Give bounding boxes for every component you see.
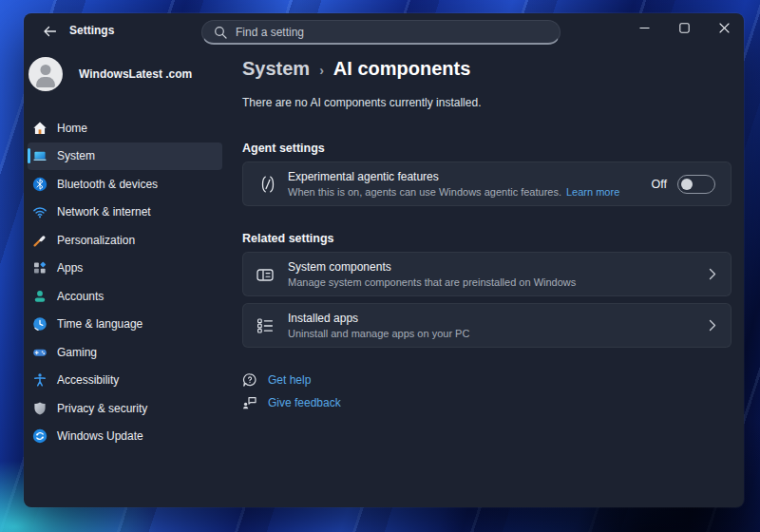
sidebar-item-label: Personalization xyxy=(57,234,135,247)
accounts-icon xyxy=(32,289,48,304)
sidebar-item-label: Time & language xyxy=(57,317,142,331)
chevron-right-icon xyxy=(709,268,716,280)
sidebar-item-accounts[interactable]: Accounts xyxy=(28,282,222,311)
breadcrumb-parent[interactable]: System xyxy=(242,58,310,80)
learn-more-link[interactable]: Learn more xyxy=(566,186,619,198)
related-settings-heading: Related settings xyxy=(242,232,732,245)
sidebar-nav: Home System Bluetooth & devices Net xyxy=(28,114,222,450)
sidebar-item-gaming[interactable]: Gaming xyxy=(28,338,222,367)
page-title: AI components xyxy=(333,58,470,80)
sidebar-item-privacy-security[interactable]: Privacy & security xyxy=(28,394,222,423)
breadcrumb-separator-icon: › xyxy=(319,63,324,78)
installed-apps-title: Installed apps xyxy=(288,312,469,325)
search-input[interactable] xyxy=(236,26,548,39)
installed-apps-card[interactable]: Installed apps Uninstall and manage apps… xyxy=(242,303,732,348)
toggle-state-label: Off xyxy=(652,178,667,191)
sidebar-item-label: Bluetooth & devices xyxy=(57,178,158,191)
system-components-description: Manage system components that are preins… xyxy=(288,276,576,288)
gaming-icon xyxy=(32,345,48,360)
get-help-label: Get help xyxy=(268,373,311,387)
maximize-button[interactable] xyxy=(664,13,704,43)
give-feedback-icon xyxy=(242,395,257,410)
sidebar-item-apps[interactable]: Apps xyxy=(28,255,222,283)
installed-apps-icon xyxy=(256,316,275,335)
bluetooth-icon xyxy=(32,177,48,192)
system-components-icon xyxy=(256,265,275,284)
empty-state-message: There are no AI components currently ins… xyxy=(242,96,732,109)
get-help-link[interactable]: Get help xyxy=(242,372,311,388)
main-content: System › AI components There are no AI c… xyxy=(242,48,732,507)
search-icon xyxy=(214,26,227,39)
toggle-knob xyxy=(681,179,693,190)
back-button[interactable] xyxy=(35,20,64,43)
settings-window: Settings WindowsLatest .com xyxy=(24,13,744,507)
accessibility-icon xyxy=(32,372,48,388)
sidebar-item-label: Accounts xyxy=(57,290,104,303)
sidebar-item-label: Accessibility xyxy=(57,373,119,387)
system-icon xyxy=(32,148,48,163)
avatar xyxy=(28,57,63,91)
app-title: Settings xyxy=(69,24,114,37)
sidebar-item-personalization[interactable]: Personalization xyxy=(28,226,222,255)
sidebar-item-label: Home xyxy=(57,122,87,135)
sidebar-item-system[interactable]: System xyxy=(28,142,222,171)
breadcrumb: System › AI components xyxy=(242,58,732,80)
titlebar: Settings xyxy=(24,13,744,48)
sidebar-item-network-internet[interactable]: Network & internet xyxy=(28,199,222,227)
window-controls xyxy=(624,13,744,43)
chevron-right-icon xyxy=(709,319,716,332)
give-feedback-link[interactable]: Give feedback xyxy=(242,395,341,410)
close-button[interactable] xyxy=(704,13,744,43)
windows-update-icon xyxy=(32,428,48,444)
sidebar-item-label: System xyxy=(57,149,95,162)
close-icon xyxy=(719,23,730,33)
get-help-icon xyxy=(242,372,257,388)
network-icon xyxy=(32,204,48,219)
minimize-icon xyxy=(639,23,650,33)
agentic-features-card: Experimental agentic features When this … xyxy=(242,162,732,206)
sidebar-item-bluetooth-devices[interactable]: Bluetooth & devices xyxy=(28,170,222,199)
sidebar: WindowsLatest .com Home System B xyxy=(24,48,226,507)
maximize-icon xyxy=(679,23,690,33)
back-arrow-icon xyxy=(43,25,57,38)
system-components-card[interactable]: System components Manage system componen… xyxy=(242,252,732,296)
agentic-features-icon xyxy=(257,174,278,195)
sidebar-item-label: Gaming xyxy=(57,346,97,359)
sidebar-item-time-language[interactable]: Time & language xyxy=(28,311,222,339)
sidebar-item-label: Privacy & security xyxy=(57,402,147,415)
sidebar-item-label: Network & internet xyxy=(57,205,151,218)
agent-settings-heading: Agent settings xyxy=(242,142,732,155)
sidebar-item-accessibility[interactable]: Accessibility xyxy=(28,367,222,395)
profile-row[interactable]: WindowsLatest .com xyxy=(28,57,226,91)
sidebar-item-label: Apps xyxy=(57,261,83,275)
agentic-features-description-text: When this is on, agents can use Windows … xyxy=(288,186,561,198)
sidebar-item-windows-update[interactable]: Windows Update xyxy=(28,423,222,451)
apps-icon xyxy=(32,260,48,276)
profile-name: WindowsLatest .com xyxy=(79,67,192,81)
toggle-group: Off xyxy=(652,175,731,194)
sidebar-item-home[interactable]: Home xyxy=(28,114,222,142)
privacy-security-icon xyxy=(32,401,48,416)
minimize-button[interactable] xyxy=(624,13,664,43)
agentic-features-title: Experimental agentic features xyxy=(288,170,619,183)
home-icon xyxy=(32,121,48,136)
system-components-title: System components xyxy=(288,260,576,274)
search-box[interactable] xyxy=(201,20,560,45)
footer-links: Get help Give feedback xyxy=(242,372,732,410)
agentic-features-description: When this is on, agents can use Windows … xyxy=(288,186,619,198)
personalization-icon xyxy=(32,233,48,248)
installed-apps-description: Uninstall and manage apps on your PC xyxy=(288,328,469,339)
selected-indicator xyxy=(28,148,30,163)
agentic-toggle[interactable] xyxy=(677,175,715,194)
give-feedback-label: Give feedback xyxy=(268,396,341,409)
sidebar-item-label: Windows Update xyxy=(57,429,143,443)
time-language-icon xyxy=(32,316,48,332)
